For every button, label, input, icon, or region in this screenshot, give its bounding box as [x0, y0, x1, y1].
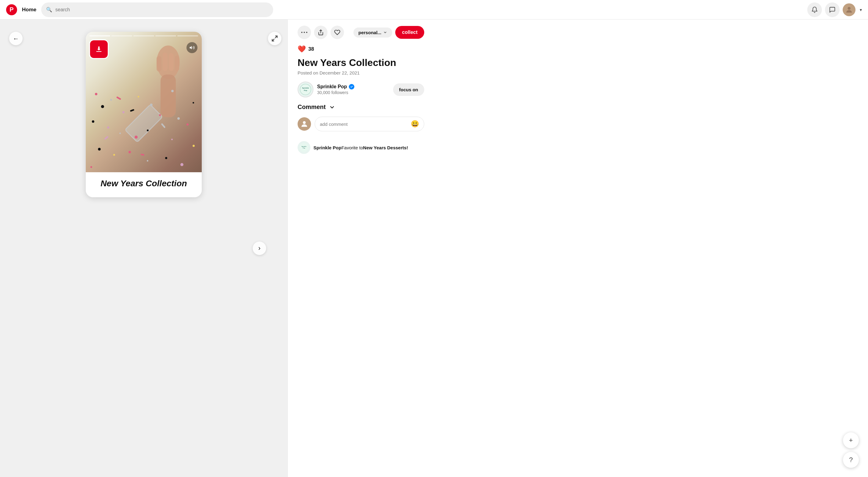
header: P Home 🔍 ▾: [0, 0, 434, 20]
svg-text:Sprinkle: Sprinkle: [302, 87, 309, 89]
author-avatar[interactable]: Sprinkle Pop: [298, 82, 313, 97]
svg-rect-8: [163, 53, 167, 71]
download-icon: [95, 45, 103, 53]
right-toolbar: personal... collect: [298, 26, 424, 39]
author-row: Sprinkle Pop Sprinkle Pop 30,000 followe…: [298, 82, 424, 97]
svg-rect-10: [175, 56, 179, 71]
sprinkles-area: [86, 87, 202, 172]
back-button[interactable]: ←: [9, 32, 23, 45]
progress-segment-2: [112, 35, 132, 36]
activity-row: Sprinkle Pop Sprinkle PopFavorite toNew …: [298, 139, 424, 156]
author-followers: 30,000 followers: [317, 90, 393, 95]
author-logo: Sprinkle Pop: [300, 84, 311, 95]
pin-image-area: [86, 32, 202, 172]
main-layout: ←: [0, 20, 434, 477]
more-icon: [301, 32, 307, 33]
activity-text: Sprinkle PopFavorite toNew Years Dessert…: [313, 145, 408, 150]
svg-rect-7: [157, 56, 161, 71]
more-options-button[interactable]: [298, 26, 311, 39]
svg-rect-9: [169, 53, 174, 71]
sprinkle-rod: [116, 96, 121, 100]
heart-icon: [334, 29, 340, 35]
activity-destination: New Years Desserts!: [363, 145, 408, 150]
author-info: Sprinkle Pop 30,000 followers: [317, 84, 393, 95]
progress-segment-1: [89, 35, 110, 36]
sound-icon: [189, 45, 195, 50]
comment-input-wrapper: 😀: [315, 117, 424, 131]
comment-chevron-icon: [329, 104, 335, 111]
author-name: Sprinkle Pop: [317, 84, 347, 89]
commenter-icon: [300, 120, 309, 128]
svg-point-18: [303, 121, 306, 124]
expand-button[interactable]: [268, 32, 281, 45]
comment-section: Comment 😀: [298, 103, 424, 156]
pin-card-title: New Years Collection: [93, 178, 194, 189]
comment-title: Comment: [298, 103, 326, 111]
share-icon: [318, 29, 324, 35]
back-icon: ←: [13, 35, 19, 42]
progress-segment-3: [133, 35, 154, 36]
svg-marker-4: [190, 46, 192, 50]
share-button[interactable]: [314, 26, 328, 39]
search-input[interactable]: [55, 7, 268, 12]
heart-filled-icon: ❤️: [298, 45, 306, 53]
left-panel: ←: [0, 20, 287, 477]
sprinkle-rod: [130, 109, 134, 112]
activity-logo: Sprinkle Pop: [300, 143, 309, 152]
pin-date: Posted on December 22, 2021: [298, 70, 424, 76]
pin-card-footer: New Years Collection: [86, 172, 202, 197]
svg-text:Pop: Pop: [304, 89, 307, 91]
board-label: personal...: [358, 30, 381, 35]
board-chevron-icon: [383, 30, 387, 34]
verified-badge: [349, 84, 354, 89]
right-panel: personal... collect ❤️ 38 New Years Coll…: [287, 20, 434, 477]
download-button[interactable]: [90, 40, 108, 58]
activity-user: Sprinkle Pop: [313, 145, 342, 150]
svg-rect-3: [96, 51, 101, 52]
likes-row: ❤️ 38: [298, 45, 424, 53]
home-nav-item[interactable]: Home: [22, 7, 36, 13]
search-bar[interactable]: 🔍: [41, 2, 273, 17]
commenter-avatar: [298, 117, 311, 131]
collect-button[interactable]: collect: [395, 26, 424, 39]
activity-user-avatar[interactable]: Sprinkle Pop: [298, 141, 310, 154]
progress-bar-container: [89, 35, 198, 36]
activity-action: Favorite to: [342, 145, 363, 150]
add-comment-row: 😀: [298, 117, 424, 131]
next-icon: ›: [258, 244, 260, 252]
svg-text:Pop: Pop: [303, 147, 305, 149]
sprinkle-rod: [104, 136, 108, 140]
comment-input[interactable]: [320, 122, 408, 127]
svg-text:Sprinkle: Sprinkle: [302, 146, 307, 147]
pinterest-logo[interactable]: P: [6, 4, 17, 15]
search-icon: 🔍: [46, 7, 52, 12]
sprinkle-rod: [161, 123, 165, 128]
pin-title: New Years Collection: [298, 57, 424, 68]
author-name-row: Sprinkle Pop: [317, 84, 393, 89]
svg-point-12: [304, 32, 305, 33]
board-dropdown[interactable]: personal...: [353, 28, 392, 37]
sound-button[interactable]: [186, 42, 197, 53]
checkmark-icon: [350, 85, 353, 88]
sprinkle-rod: [141, 154, 145, 156]
expand-icon: [271, 35, 278, 42]
like-button[interactable]: [331, 26, 344, 39]
likes-count: 38: [308, 46, 314, 52]
comment-header[interactable]: Comment: [298, 103, 424, 111]
progress-segment-5: [177, 35, 198, 36]
focus-on-button[interactable]: focus on: [393, 83, 425, 96]
next-button[interactable]: ›: [253, 242, 266, 255]
progress-segment-4: [155, 35, 176, 36]
svg-point-13: [306, 32, 307, 33]
svg-point-11: [301, 32, 303, 33]
emoji-button[interactable]: 😀: [411, 120, 419, 128]
pin-card: New Years Collection: [86, 32, 202, 197]
